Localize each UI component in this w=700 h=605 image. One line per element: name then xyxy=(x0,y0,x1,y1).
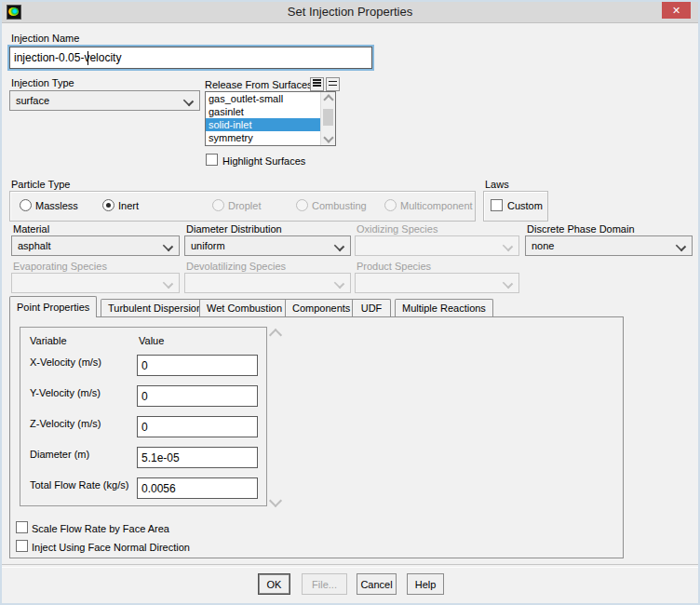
scale-flow-rate-checkbox[interactable] xyxy=(16,521,28,533)
chevron-down-icon xyxy=(163,278,173,289)
set-injection-properties-dialog: Set Injection Properties ✕ Injection Nam… xyxy=(0,0,700,605)
evaporating-species-label: Evaporating Species xyxy=(13,261,107,272)
diameter-distribution-label: Diameter Distribution xyxy=(186,223,282,235)
scroll-up-icon[interactable] xyxy=(269,329,282,342)
discrete-phase-domain-value: none xyxy=(532,240,554,251)
scroll-down-icon[interactable] xyxy=(323,132,333,142)
radio-massless-label[interactable]: Massless xyxy=(35,200,78,211)
chevron-down-icon xyxy=(503,241,513,251)
y-velocity-label: Y-Velocity (m/s) xyxy=(30,387,101,398)
diameter-distribution-value: uniform xyxy=(191,240,225,251)
diameter-label: Diameter (m) xyxy=(30,449,89,460)
chevron-down-icon xyxy=(163,241,173,251)
diameter-input[interactable] xyxy=(137,447,258,468)
scroll-up-icon[interactable] xyxy=(323,94,333,104)
clear-selection-icon[interactable] xyxy=(326,77,340,91)
release-surfaces-list: gas_outlet-small gasinlet solid-inlet sy… xyxy=(205,91,336,146)
material-select[interactable]: asphalt xyxy=(11,235,180,256)
scale-flow-rate-label[interactable]: Scale Flow Rate by Face Area xyxy=(32,523,169,534)
inject-face-normal-label[interactable]: Inject Using Face Normal Direction xyxy=(32,542,190,553)
ok-button[interactable]: OK xyxy=(258,573,290,595)
injection-name-input[interactable] xyxy=(9,47,372,69)
total-flow-rate-label: Total Flow Rate (kg/s) xyxy=(30,479,128,491)
chevron-down-icon xyxy=(503,278,513,289)
select-all-icon[interactable] xyxy=(310,77,324,91)
evaporating-species-select xyxy=(11,273,180,293)
devolatilizing-species-select xyxy=(184,273,351,293)
value-column-header: Value xyxy=(139,335,164,346)
material-value: asphalt xyxy=(18,240,50,251)
product-species-select xyxy=(355,273,519,293)
radio-inert-label[interactable]: Inert xyxy=(118,200,139,211)
radio-massless[interactable] xyxy=(20,199,32,211)
cancel-button[interactable]: Cancel xyxy=(357,573,397,595)
close-icon: ✕ xyxy=(672,5,680,17)
tab-wet-combustion[interactable]: Wet Combustion xyxy=(199,299,289,316)
laws-label: Laws xyxy=(485,179,509,190)
discrete-phase-domain-select[interactable]: none xyxy=(525,235,693,256)
list-scrollbar[interactable] xyxy=(320,92,335,145)
tab-udf[interactable]: UDF xyxy=(352,299,391,316)
list-item[interactable]: symmetry xyxy=(206,131,335,144)
custom-laws-checkbox[interactable] xyxy=(491,199,503,211)
tab-components[interactable]: Components xyxy=(285,299,357,316)
y-velocity-input[interactable] xyxy=(137,385,258,407)
highlight-surfaces-label[interactable]: Highlight Surfaces xyxy=(222,155,305,167)
z-velocity-input[interactable] xyxy=(137,416,258,437)
list-item[interactable]: gasinlet xyxy=(206,105,335,118)
tab-multiple-reactions[interactable]: Multiple Reactions xyxy=(395,299,493,316)
radio-droplet xyxy=(212,199,224,211)
chevron-down-icon xyxy=(334,241,344,251)
particle-type-label: Particle Type xyxy=(11,179,70,190)
close-button[interactable]: ✕ xyxy=(662,2,691,19)
oxidizing-species-label: Oxidizing Species xyxy=(357,223,438,235)
total-flow-rate-input[interactable] xyxy=(137,477,258,499)
oxidizing-species-select xyxy=(355,235,519,256)
chevron-down-icon xyxy=(676,241,686,251)
tab-point-properties[interactable]: Point Properties xyxy=(9,296,97,317)
separator xyxy=(2,564,698,568)
injection-type-value: surface xyxy=(16,95,49,106)
devolatilizing-species-label: Devolatilizing Species xyxy=(186,261,286,272)
inject-face-normal-checkbox[interactable] xyxy=(16,540,28,552)
radio-inert[interactable] xyxy=(102,199,114,211)
chevron-down-icon xyxy=(334,278,344,289)
material-label: Material xyxy=(13,223,49,235)
radio-combusting xyxy=(296,199,308,211)
list-item[interactable]: gas_outlet-small xyxy=(206,92,335,105)
x-velocity-input[interactable] xyxy=(137,355,258,376)
scroll-down-icon[interactable] xyxy=(269,494,282,507)
titlebar: Set Injection Properties ✕ xyxy=(2,2,698,23)
radio-combusting-label: Combusting xyxy=(312,200,367,211)
radio-multicomponent xyxy=(384,199,397,211)
injection-type-label: Injection Type xyxy=(11,77,74,88)
file-button: File... xyxy=(302,573,347,595)
injection-name-label: Injection Name xyxy=(11,33,79,44)
diameter-distribution-select[interactable]: uniform xyxy=(184,235,351,256)
radio-multicomponent-label: Multicomponent xyxy=(400,200,473,211)
product-species-label: Product Species xyxy=(357,261,431,272)
text-caret xyxy=(88,51,88,65)
point-properties-panel: Variable Value X-Velocity (m/s) Y-Veloci… xyxy=(9,316,624,558)
tab-turbulent-dispersion[interactable]: Turbulent Dispersion xyxy=(101,299,209,316)
help-button[interactable]: Help xyxy=(407,573,444,595)
custom-laws-label[interactable]: Custom xyxy=(507,200,543,211)
z-velocity-label: Z-Velocity (m/s) xyxy=(30,418,101,429)
dialog-title: Set Injection Properties xyxy=(2,5,698,19)
chevron-down-icon xyxy=(183,96,194,106)
highlight-surfaces-checkbox[interactable] xyxy=(206,154,218,166)
variable-value-box: Variable Value X-Velocity (m/s) Y-Veloci… xyxy=(20,327,267,506)
discrete-phase-domain-label: Discrete Phase Domain xyxy=(527,223,635,235)
radio-droplet-label: Droplet xyxy=(228,200,261,211)
scrollbar-thumb[interactable] xyxy=(323,109,333,126)
variable-column-header: Variable xyxy=(30,335,67,346)
x-velocity-label: X-Velocity (m/s) xyxy=(30,356,101,368)
list-item-selected[interactable]: solid-inlet xyxy=(206,118,335,131)
injection-type-select[interactable]: surface xyxy=(9,90,200,111)
release-from-surfaces-label: Release From Surfaces xyxy=(205,79,313,90)
